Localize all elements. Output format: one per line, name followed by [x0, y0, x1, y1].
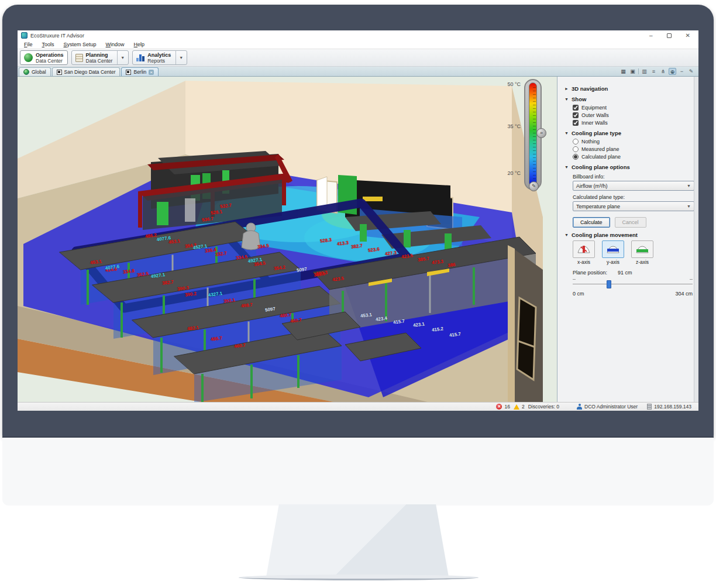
- scale-expand-button[interactable]: »: [536, 128, 546, 138]
- layout-view-icon[interactable]: ▦: [619, 68, 627, 75]
- measured-plane-radio-row[interactable]: Measured plane: [573, 146, 693, 152]
- measure-icon[interactable]: −: [678, 68, 686, 75]
- temperature-scale[interactable]: » ✎: [524, 79, 542, 190]
- settings-panel: ► 3D navigation ▼ Show Equipment Outer W…: [557, 77, 698, 402]
- cancel-button[interactable]: Cancel: [615, 217, 646, 228]
- plane-position-label: Plane position:: [573, 270, 607, 276]
- edit-icon[interactable]: ✎: [687, 68, 695, 75]
- analytics-subtitle: Reports: [147, 58, 171, 64]
- server-ip: 192.168.159.143: [654, 404, 691, 410]
- chevron-down-icon: ▼: [564, 97, 569, 101]
- analytics-button[interactable]: Analytics Reports ▼: [132, 50, 187, 65]
- panels-view-icon[interactable]: ▥: [641, 68, 648, 75]
- slider-track[interactable]: [573, 284, 693, 284]
- datacenter-icon: [126, 70, 131, 75]
- y-axis-plane-icon: [605, 244, 621, 255]
- x-axis-button[interactable]: [573, 240, 595, 258]
- close-button[interactable]: ✕: [686, 33, 690, 39]
- location-tab-bar: Global San Diego Data Center Berlin × ▦ …: [18, 67, 698, 77]
- nothing-radio[interactable]: [573, 139, 579, 145]
- billboard-info-select[interactable]: Airflow (m³/h) ▼: [573, 181, 694, 191]
- slider-max-label: 304 cm: [675, 291, 693, 297]
- view-mode-toolbar: ▦ ▣ ▥ ≡ ⋔ ⊕ − ✎: [619, 68, 697, 76]
- section-title: 3D navigation: [572, 85, 608, 92]
- tab-close-icon[interactable]: ×: [149, 70, 154, 75]
- z-axis-label: z-axis: [631, 259, 653, 265]
- planning-subtitle: Data Center: [86, 58, 113, 64]
- calculated-plane-radio[interactable]: [573, 154, 579, 160]
- tab-global[interactable]: Global: [19, 67, 51, 76]
- operations-icon: [24, 53, 33, 62]
- billboard-info-value: Airflow (m³/h): [576, 183, 608, 189]
- calculated-plane-type-select[interactable]: Temperature plane ▼: [573, 201, 694, 211]
- analytics-dropdown-icon[interactable]: ▼: [175, 51, 183, 64]
- equipment-checkbox-row[interactable]: Equipment: [573, 105, 693, 111]
- plane-position-slider[interactable]: [573, 277, 693, 288]
- measured-plane-radio[interactable]: [573, 146, 579, 152]
- minimize-button[interactable]: –: [649, 33, 653, 39]
- section-cooling-plane-movement[interactable]: ▼ Cooling plane movement: [564, 232, 693, 238]
- section-3d-navigation[interactable]: ► 3D navigation: [564, 85, 693, 92]
- z-axis-button[interactable]: [631, 240, 653, 258]
- tree-view-icon[interactable]: ⋔: [659, 68, 667, 75]
- warning-counter[interactable]: 2: [514, 404, 525, 410]
- checkbox-label: Equipment: [581, 105, 607, 111]
- section-show[interactable]: ▼ Show: [564, 96, 693, 102]
- operations-title: Operations: [36, 52, 64, 58]
- tab-san-diego[interactable]: San Diego Data Center: [52, 67, 121, 76]
- error-icon: ✕: [496, 404, 502, 410]
- operations-button[interactable]: Operations Data Center: [20, 50, 68, 65]
- menu-window[interactable]: Window: [102, 41, 129, 48]
- inner-walls-checkbox[interactable]: [573, 120, 579, 126]
- tab-berlin-label: Berlin: [133, 69, 146, 75]
- maximize-button[interactable]: [667, 33, 672, 38]
- image-view-icon[interactable]: ▣: [629, 68, 636, 75]
- menu-file[interactable]: File: [20, 41, 37, 48]
- main-toolbar: Operations Data Center Planning Data Cen…: [18, 49, 698, 67]
- menu-system-setup[interactable]: System Setup: [60, 41, 101, 48]
- outer-walls-checkbox-row[interactable]: Outer Walls: [573, 112, 693, 118]
- monitor-stand-neck: [266, 504, 449, 577]
- warning-icon: [514, 404, 519, 410]
- y-axis-button[interactable]: [602, 240, 624, 258]
- scale-max-label: 50 °C: [507, 81, 521, 87]
- datacenter-icon: [57, 70, 62, 75]
- list-view-icon[interactable]: ≡: [650, 68, 658, 75]
- user-name: DCO Administrator User: [584, 404, 638, 410]
- tab-san-diego-label: San Diego Data Center: [64, 69, 116, 75]
- status-bar: ✕ 16 2 Discoveries: 0 DCO Administrator …: [18, 402, 698, 411]
- section-cooling-plane-type[interactable]: ▼ Cooling plane type: [564, 130, 693, 136]
- planning-button[interactable]: Planning Data Center ▼: [71, 50, 129, 65]
- slider-handle[interactable]: [607, 280, 611, 288]
- window-title: EcoStruxure IT Advisor: [30, 33, 84, 39]
- error-counter[interactable]: ✕ 16: [496, 404, 510, 410]
- server-icon: [647, 404, 652, 410]
- nothing-radio-row[interactable]: Nothing: [573, 139, 693, 145]
- calculate-button[interactable]: Calculate: [573, 217, 610, 228]
- menu-help[interactable]: Help: [130, 41, 149, 48]
- warning-count: 2: [522, 404, 525, 410]
- calculated-plane-radio-row[interactable]: Calculated plane: [573, 154, 693, 160]
- menu-tools[interactable]: Tools: [38, 41, 58, 48]
- front-right-wall: [508, 245, 543, 402]
- temperature-gradient: [529, 82, 537, 187]
- y-axis-label: y-axis: [602, 259, 624, 265]
- globe-3d-view-icon[interactable]: ⊕: [669, 68, 676, 75]
- inner-walls-checkbox-row[interactable]: Inner Walls: [573, 120, 693, 126]
- 3d-viewport[interactable]: 453.1414.8334.8362.5486.2453.1354.3336.4…: [18, 77, 557, 402]
- section-cooling-plane-options[interactable]: ▼ Cooling plane options: [564, 164, 693, 170]
- user-icon: [577, 404, 582, 410]
- server-address: 192.168.159.143: [647, 404, 691, 410]
- checkbox-label: Inner Walls: [581, 120, 608, 126]
- app-logo-icon: [21, 32, 27, 39]
- slider-min-label: 0 cm: [573, 291, 584, 297]
- equipment-checkbox[interactable]: [573, 105, 579, 111]
- scale-edit-button[interactable]: ✎: [529, 181, 539, 191]
- chevron-down-icon: ▼: [564, 131, 569, 135]
- outer-walls-checkbox[interactable]: [573, 112, 579, 118]
- planning-dropdown-icon[interactable]: ▼: [117, 51, 125, 64]
- x-axis-label: x-axis: [573, 259, 595, 265]
- 3d-scene[interactable]: [18, 77, 557, 402]
- discoveries-status[interactable]: Discoveries: 0: [528, 404, 559, 410]
- tab-berlin[interactable]: Berlin ×: [121, 67, 159, 76]
